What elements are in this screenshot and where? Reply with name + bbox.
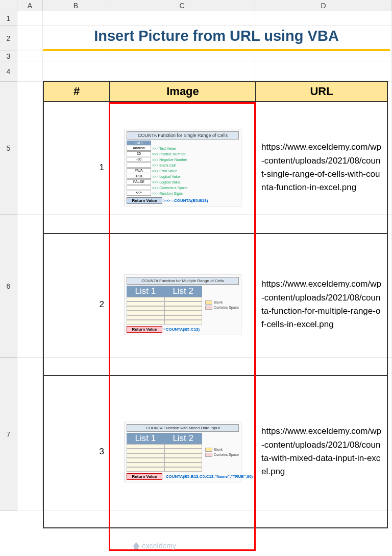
watermark: exceldemy [133, 542, 176, 550]
cell-A5[interactable] [17, 82, 43, 215]
col-header-B[interactable]: B [43, 0, 109, 11]
cell-num-3[interactable]: 3 [43, 376, 110, 528]
corner-cell[interactable] [0, 0, 17, 11]
table-row: 3 COUNTA Function with Mixed Data Input … [43, 376, 387, 528]
legend-text: Blank [214, 448, 223, 451]
return-formula: =COUNTA(B5:C13) [163, 327, 239, 332]
row-header-7[interactable]: 7 [0, 358, 17, 511]
thumbnail-1: COUNTA Function for Single Range of Cell… [124, 129, 241, 206]
row-header-6[interactable]: 6 [0, 215, 17, 358]
cell-D3[interactable] [255, 51, 392, 61]
cell-C1[interactable] [109, 11, 255, 26]
list-label: List 2 [164, 286, 202, 297]
header-row: # Image URL [43, 81, 387, 102]
col-header-C[interactable]: C [109, 0, 255, 11]
cell-num-2[interactable]: 2 [43, 234, 110, 376]
cell-B4[interactable] [43, 61, 109, 82]
thumb-title: COUNTA Function for Single Range of Cell… [127, 131, 239, 140]
cell-image-1[interactable]: COUNTA Function for Single Range of Cell… [110, 102, 256, 234]
cell-D4[interactable] [255, 61, 392, 82]
header-image: Image [110, 81, 256, 102]
col-header-A[interactable]: A [17, 0, 43, 11]
return-label: Return Value [127, 197, 162, 204]
data-table: # Image URL 1 COUNTA Function for Single… [43, 81, 388, 528]
return-formula: >>> =COUNTA(B5:B13) [163, 198, 239, 203]
header-url: URL [256, 81, 387, 102]
watermark-text: exceldemy [142, 542, 176, 550]
cell-B3[interactable] [43, 51, 109, 61]
legend-swatch [205, 453, 212, 457]
row-4: 4 [0, 61, 392, 82]
cell-B1[interactable] [43, 11, 109, 26]
table-row: 1 COUNTA Function for Single Range of Ce… [43, 102, 387, 234]
cell-A1[interactable] [17, 11, 43, 26]
cell-A3[interactable] [17, 51, 43, 61]
legend-text: Contains Space [214, 453, 239, 456]
row-header-4[interactable]: 4 [0, 61, 17, 82]
legend-swatch [205, 300, 212, 305]
watermark-icon [133, 542, 140, 549]
list-label: List 1 [127, 286, 164, 297]
return-label: Return Value [127, 326, 162, 333]
thumb-title: COUNTA Function for Multiple Range of Ce… [127, 277, 239, 285]
table-row: 2 COUNTA Function for Multiple Range of … [43, 234, 387, 376]
cell-url-3[interactable]: https://www.exceldemy.com/wp-content/upl… [256, 376, 387, 528]
cell-A2[interactable] [17, 26, 43, 51]
row-header-5[interactable]: 5 [0, 82, 17, 215]
cell-A6[interactable] [17, 215, 43, 358]
thumbnail-2: COUNTA Function for Multiple Range of Ce… [124, 274, 241, 335]
cell-C3[interactable] [109, 51, 255, 61]
thumbnail-3: COUNTA Function with Mixed Data Input Li… [124, 422, 241, 482]
row-3: 3 [0, 51, 392, 61]
list-label: List 1 [127, 141, 151, 145]
legend-text: Blank [214, 300, 223, 304]
page-title: Insert Picture from URL using VBA [43, 26, 390, 51]
cell-A7[interactable] [17, 358, 43, 511]
list-label: List 1 [127, 433, 164, 444]
col-header-D[interactable]: D [255, 0, 392, 11]
cell-num-1[interactable]: 1 [43, 102, 110, 234]
return-label: Return Value [127, 473, 162, 480]
list-label: List 2 [164, 433, 202, 444]
row-header-1[interactable]: 1 [0, 11, 17, 26]
cell-image-3[interactable]: COUNTA Function with Mixed Data Input Li… [110, 376, 256, 528]
cell-url-1[interactable]: https://www.exceldemy.com/wp-content/upl… [256, 102, 387, 234]
row-1: 1 [0, 11, 392, 26]
return-formula: =COUNTA(B5:B13,C5:C13,"Name","TRUE",80) [163, 474, 253, 479]
cell-url-2[interactable]: https://www.exceldemy.com/wp-content/upl… [256, 234, 387, 376]
header-num: # [43, 81, 110, 102]
cell-A4[interactable] [17, 61, 43, 82]
legend-swatch [205, 448, 212, 452]
row-header-2[interactable]: 2 [0, 26, 17, 51]
cell-D1[interactable] [255, 11, 392, 26]
legend-swatch [205, 306, 212, 310]
column-header-row: A B C D [0, 0, 392, 11]
cell-C4[interactable] [109, 61, 255, 82]
cell-image-2[interactable]: COUNTA Function for Multiple Range of Ce… [110, 234, 256, 376]
thumb-title: COUNTA Function with Mixed Data Input [127, 424, 239, 432]
row-header-3[interactable]: 3 [0, 51, 17, 61]
legend-text: Contains Space [214, 306, 239, 309]
